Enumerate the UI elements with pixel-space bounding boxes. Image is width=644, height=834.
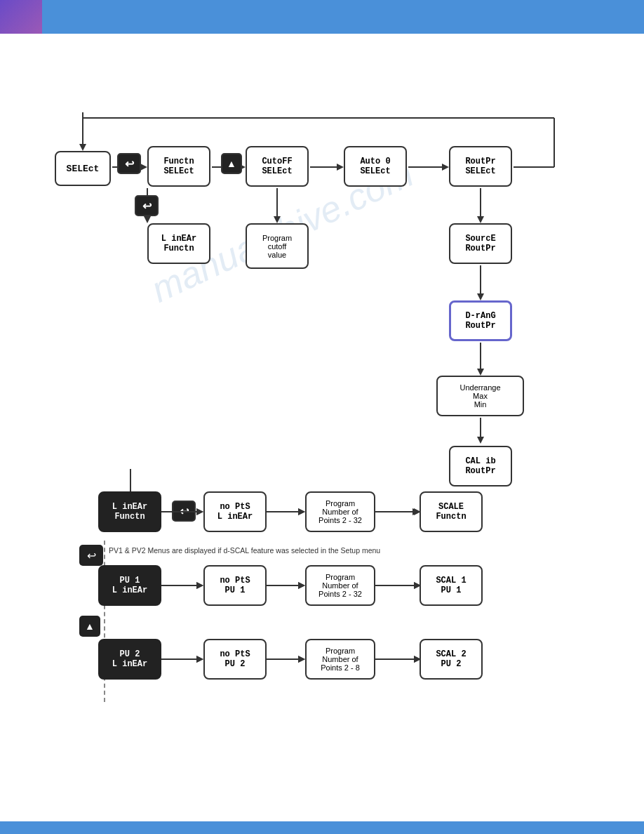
- enter-icon-4: ↩: [79, 545, 103, 566]
- svg-marker-7: [337, 164, 344, 171]
- top-diagram-arrows: [0, 42, 644, 512]
- svg-marker-50: [298, 582, 305, 589]
- svg-marker-14: [144, 216, 151, 223]
- svg-marker-22: [477, 369, 484, 376]
- svg-marker-16: [274, 216, 281, 223]
- underrange-box: UnderrangeMaxMin: [436, 376, 524, 416]
- enter-icon-1: ↩: [117, 153, 141, 174]
- svg-marker-58: [414, 656, 421, 663]
- linear-functn-box: L inEArFunctn: [147, 223, 210, 264]
- calib-routpr-box: CAL ibRoutPr: [449, 446, 512, 486]
- svg-marker-48: [196, 582, 203, 589]
- svg-marker-64: [412, 508, 420, 515]
- drang-routpr-box: D-rAnGRoutPr: [449, 300, 512, 341]
- svg-marker-20: [477, 293, 484, 300]
- svg-marker-52: [414, 582, 421, 589]
- svg-marker-1: [79, 144, 86, 151]
- svg-marker-54: [196, 656, 203, 663]
- svg-marker-24: [477, 437, 484, 444]
- header-bar: [0, 0, 644, 34]
- svg-marker-18: [477, 216, 484, 223]
- svg-marker-3: [140, 164, 147, 171]
- svg-marker-56: [298, 656, 305, 663]
- cutoff-select-box: CutoFFSELEct: [246, 146, 309, 187]
- header-accent: [0, 0, 42, 34]
- pv-note: PV1 & PV2 Menus are displayed if d-SCAL …: [109, 546, 495, 555]
- pu2-arrows: [98, 639, 491, 687]
- footer-bar: [0, 821, 644, 834]
- routpr-select-box: RoutPrSELEct: [449, 146, 512, 187]
- auto0-select-box: Auto 0SELEct: [344, 146, 407, 187]
- pu1-arrows: [98, 565, 491, 613]
- functn-select-box: FunctnSELEct: [147, 146, 210, 187]
- svg-marker-60: [196, 508, 203, 515]
- select-box: SELEct: [55, 151, 111, 186]
- program-cutoff-box: Programcutoffvalue: [246, 223, 309, 269]
- up-icon-2: ▲: [79, 616, 100, 637]
- svg-marker-62: [298, 508, 305, 515]
- row1-arrows: [98, 491, 491, 539]
- source-routpr-box: SourcERoutPr: [449, 223, 512, 264]
- up-icon-1: ▲: [221, 153, 242, 174]
- svg-marker-9: [442, 164, 449, 171]
- enter-icon-2: ↩: [135, 195, 159, 216]
